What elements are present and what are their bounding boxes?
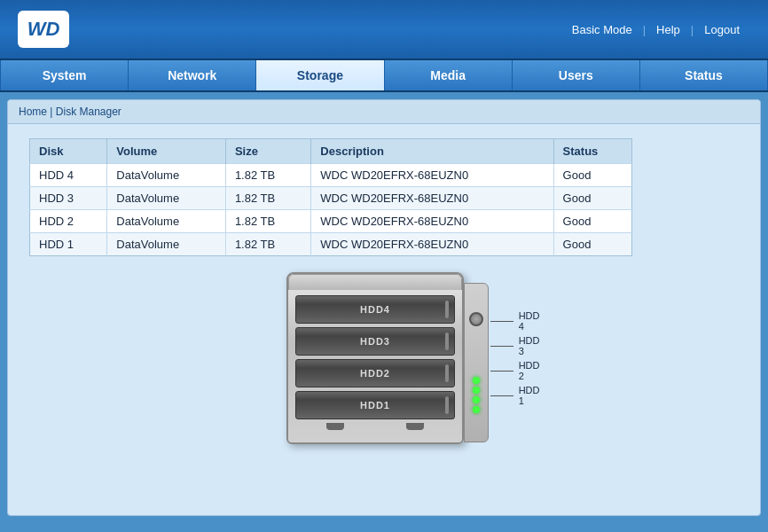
hdd-bay-1-label: HDD1 [360, 400, 390, 411]
col-description: Description [311, 139, 553, 164]
cell-status-0: Good [553, 164, 631, 187]
led-4 [473, 377, 480, 384]
hdd-handle-1 [445, 396, 449, 414]
foot-right [406, 423, 424, 430]
table-header-row: Disk Volume Size Description Status [30, 139, 632, 164]
label-text-hdd2: HDD 2 [519, 360, 544, 381]
disk-table: Disk Volume Size Description Status HDD … [29, 138, 632, 256]
led-1 [473, 406, 480, 413]
nas-diagram-area: HDD4 HDD3 HDD2 HDD1 [8, 263, 760, 453]
nas-label-hdd3: HDD 3 [490, 333, 544, 358]
table-row: HDD 2DataVolume1.82 TBWDC WD20EFRX-68EUZ… [30, 210, 632, 233]
header: WD Basic Mode | Help | Logout [0, 0, 768, 60]
nas-right-panel [464, 283, 489, 442]
hdd-bay-2-label: HDD2 [360, 368, 390, 379]
cell-description-1: WDC WD20EFRX-68EUZN0 [311, 187, 553, 210]
col-disk: Disk [30, 139, 107, 164]
cell-size-0: 1.82 TB [225, 164, 310, 187]
nas-label-hdd4: HDD 4 [490, 309, 544, 333]
logout-link[interactable]: Logout [694, 23, 750, 36]
breadcrumb-current: Disk Manager [56, 106, 121, 118]
cell-status-1: Good [553, 187, 631, 210]
col-volume: Volume [107, 139, 226, 164]
hdd-handle-2 [445, 364, 449, 382]
hdd-bay-1: HDD1 [295, 391, 455, 419]
nas-device: HDD4 HDD3 HDD2 HDD1 [286, 272, 482, 444]
breadcrumb-home[interactable]: Home [19, 106, 47, 118]
help-link[interactable]: Help [646, 23, 691, 36]
nav: System Network Storage Media Users Statu… [0, 60, 768, 92]
label-line-1 [490, 395, 513, 396]
cell-volume-0: DataVolume [107, 164, 226, 187]
nav-users[interactable]: Users [513, 60, 640, 90]
breadcrumb-separator: | [50, 106, 52, 118]
nas-labels: HDD 4 HDD 3 HDD 2 HDD 1 [490, 309, 544, 408]
col-size: Size [225, 139, 310, 164]
cell-disk-1: HDD 3 [30, 187, 107, 210]
col-status: Status [553, 139, 631, 164]
hdd-bay-4-label: HDD4 [360, 304, 390, 315]
table-row: HDD 4DataVolume1.82 TBWDC WD20EFRX-68EUZ… [30, 164, 632, 187]
cell-description-3: WDC WD20EFRX-68EUZN0 [311, 233, 553, 256]
label-line-3 [490, 346, 513, 347]
cell-size-1: 1.82 TB [225, 187, 310, 210]
hdd-bay-3-label: HDD3 [360, 336, 390, 347]
cell-disk-0: HDD 4 [30, 164, 107, 187]
basic-mode-link[interactable]: Basic Mode [561, 23, 643, 36]
led-group [473, 377, 480, 413]
cell-volume-1: DataVolume [107, 187, 226, 210]
cell-description-0: WDC WD20EFRX-68EUZN0 [311, 164, 553, 187]
diagram-wrapper: HDD4 HDD3 HDD2 HDD1 [286, 272, 482, 444]
nas-label-hdd1: HDD 1 [490, 383, 544, 408]
nav-network[interactable]: Network [129, 60, 256, 90]
nas-chassis: HDD4 HDD3 HDD2 HDD1 [286, 272, 464, 444]
cell-disk-3: HDD 1 [30, 233, 107, 256]
cell-volume-2: DataVolume [107, 210, 226, 233]
power-button [469, 312, 483, 326]
label-text-hdd1: HDD 1 [519, 385, 544, 406]
label-text-hdd4: HDD 4 [519, 310, 544, 332]
nav-system[interactable]: System [0, 60, 129, 90]
led-3 [473, 387, 480, 394]
nav-storage[interactable]: Storage [256, 60, 384, 90]
label-line-4 [490, 321, 513, 322]
hdd-bay-2: HDD2 [295, 359, 455, 387]
nav-media[interactable]: Media [385, 60, 513, 90]
table-row: HDD 1DataVolume1.82 TBWDC WD20EFRX-68EUZ… [30, 233, 632, 256]
logo-text: WD [27, 18, 60, 41]
foot-left [326, 423, 344, 430]
breadcrumb: Home | Disk Manager [8, 100, 760, 124]
cell-disk-2: HDD 2 [30, 210, 107, 233]
label-text-hdd3: HDD 3 [519, 335, 544, 356]
hdd-bay-3: HDD3 [295, 327, 455, 356]
cell-volume-3: DataVolume [107, 233, 226, 256]
led-2 [473, 396, 480, 403]
cell-status-3: Good [553, 233, 631, 256]
cell-size-2: 1.82 TB [225, 210, 310, 233]
logo: WD [18, 11, 69, 48]
hdd-handle-4 [445, 301, 449, 318]
nas-feet [295, 423, 455, 430]
header-links: Basic Mode | Help | Logout [561, 23, 750, 36]
nav-status[interactable]: Status [640, 60, 768, 90]
nas-top [288, 274, 462, 290]
main-content: Home | Disk Manager Disk Volume Size Des… [0, 99, 768, 532]
cell-status-2: Good [553, 210, 631, 233]
table-row: HDD 3DataVolume1.82 TBWDC WD20EFRX-68EUZ… [30, 187, 632, 210]
label-line-2 [490, 371, 513, 372]
cell-description-2: WDC WD20EFRX-68EUZN0 [311, 210, 553, 233]
hdd-handle-3 [445, 332, 449, 350]
disk-table-container: Disk Volume Size Description Status HDD … [8, 124, 760, 263]
nas-label-hdd2: HDD 2 [490, 358, 544, 383]
hdd-bay-4: HDD4 [295, 295, 455, 324]
content-area: Home | Disk Manager Disk Volume Size Des… [7, 99, 761, 516]
cell-size-3: 1.82 TB [225, 233, 310, 256]
